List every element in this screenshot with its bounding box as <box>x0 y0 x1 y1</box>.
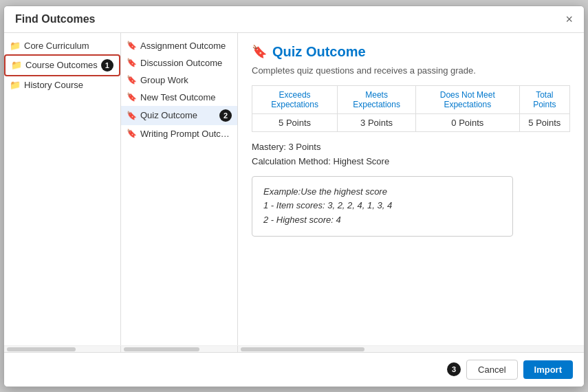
mastery-text: Mastery: 3 Points <box>252 142 570 152</box>
folder-icon: 📁 <box>10 80 21 90</box>
outcome-icon: 🔖 <box>127 41 137 50</box>
outcome-icon: 🔖 <box>127 92 137 102</box>
example-box: Example:Use the highest score 1 - Item s… <box>252 176 513 237</box>
footer-actions: 3 Cancel Import <box>447 360 573 380</box>
col-total: Total Points <box>519 85 569 113</box>
sidebar-item-history-course[interactable]: 📁 History Course <box>4 76 120 94</box>
col-does-not-meet: Does Not Meet Expectations <box>415 85 519 113</box>
cell-exceeds-points: 5 Points <box>252 113 338 131</box>
outcome-label: Discussion Outcome <box>140 58 232 68</box>
close-button[interactable]: × <box>565 13 573 25</box>
detail-title: 🔖 Quiz Outcome <box>252 44 570 60</box>
outcome-label: Group Work <box>140 75 232 85</box>
outcome-icon: 🔖 <box>127 58 137 67</box>
detail-title-text: Quiz Outcome <box>272 44 366 60</box>
modal-title: Find Outcomes <box>15 13 95 25</box>
outcome-item-assignment[interactable]: 🔖 Assignment Outcome <box>121 37 237 54</box>
find-outcomes-modal: Find Outcomes × 📁 Core Curriculum 📁 Cour… <box>3 6 585 387</box>
col-exceeds: Exceeds Expectations <box>252 85 338 113</box>
outcome-icon: 🔖 <box>127 111 137 120</box>
badge-2: 2 <box>219 109 232 122</box>
detail-panel: 🔖 Quiz Outcome Completes quiz questions … <box>238 33 584 345</box>
outcome-label: Assignment Outcome <box>140 41 232 51</box>
sidebar-item-label: History Course <box>24 80 83 90</box>
sidebar-item-core-curriculum[interactable]: 📁 Core Curriculum <box>4 37 120 54</box>
example-line3: 2 - Highest score: 4 <box>263 213 501 228</box>
detail-title-icon: 🔖 <box>252 44 267 59</box>
badge-3: 3 <box>447 362 461 376</box>
sidebar-item-label: Core Curriculum <box>24 41 89 51</box>
rubric-table: Exceeds Expectations Meets Expectations … <box>252 85 570 132</box>
outcome-item-new-test[interactable]: 🔖 New Test Outcome <box>121 89 237 106</box>
sidebar: 📁 Core Curriculum 📁 Course Outcomes 1 📁 … <box>4 33 121 345</box>
modal-header: Find Outcomes × <box>4 6 584 33</box>
cell-does-not-meet-points: 0 Points <box>415 113 519 131</box>
sidebar-item-label: Course Outcomes <box>25 60 98 70</box>
col-meets: Meets Expectations <box>338 85 416 113</box>
outcome-item-writing-prompt[interactable]: 🔖 Writing Prompt Outco... <box>121 125 237 142</box>
outcome-icon: 🔖 <box>127 129 137 138</box>
modal-body: 📁 Core Curriculum 📁 Course Outcomes 1 📁 … <box>4 33 584 345</box>
example-line2: 1 - Item scores: 3, 2, 2, 4, 1, 3, 4 <box>263 199 501 213</box>
outcome-label: Quiz Outcome <box>140 110 216 120</box>
outcome-item-discussion[interactable]: 🔖 Discussion Outcome <box>121 54 237 72</box>
outcomes-list: 🔖 Assignment Outcome 🔖 Discussion Outcom… <box>121 33 238 345</box>
cancel-button[interactable]: Cancel <box>466 360 517 380</box>
detail-description: Completes quiz questions and receives a … <box>252 65 570 76</box>
calc-method: Calculation Method: Highest Score <box>252 156 570 166</box>
folder-icon: 📁 <box>11 60 22 70</box>
outcome-label: New Test Outcome <box>140 92 232 102</box>
import-button[interactable]: Import <box>523 360 573 379</box>
outcome-label: Writing Prompt Outco... <box>140 129 232 139</box>
example-line1: Example:Use the highest score <box>263 185 501 199</box>
cell-meets-points: 3 Points <box>338 113 416 131</box>
outcome-icon: 🔖 <box>127 75 137 85</box>
badge-1: 1 <box>101 59 113 72</box>
cell-total-points: 5 Points <box>519 113 569 131</box>
modal-footer: 3 Cancel Import <box>4 352 584 386</box>
outcome-item-quiz[interactable]: 🔖 Quiz Outcome 2 <box>121 106 237 125</box>
folder-icon: 📁 <box>10 41 21 51</box>
outcome-item-group-work[interactable]: 🔖 Group Work <box>121 72 237 89</box>
sidebar-item-course-outcomes[interactable]: 📁 Course Outcomes 1 <box>4 54 120 76</box>
